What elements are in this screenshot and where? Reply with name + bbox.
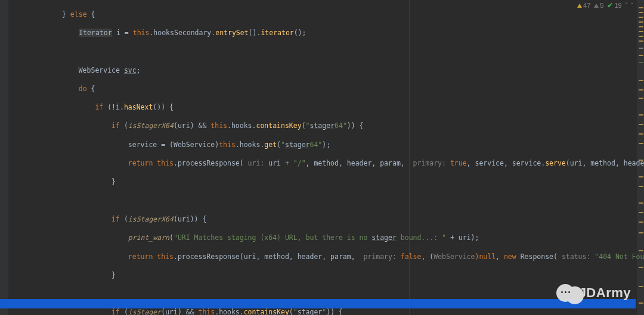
weak-value: 5 xyxy=(600,2,603,9)
keyword-else: else xyxy=(70,10,87,18)
var-svc: svc xyxy=(124,66,137,74)
marker[interactable] xyxy=(639,26,643,27)
wechat-icon xyxy=(556,284,574,302)
hint-primary: primary: xyxy=(409,159,450,167)
weak-warning-icon xyxy=(594,4,599,8)
marker[interactable] xyxy=(639,232,643,233)
watermark: JDArmy xyxy=(556,284,631,302)
marker[interactable] xyxy=(639,21,643,23)
marker[interactable] xyxy=(639,17,643,18)
marker[interactable] xyxy=(639,31,643,32)
marker[interactable] xyxy=(639,133,643,135)
weak-warnings-count[interactable]: 5 xyxy=(594,2,603,9)
ok-value: 19 xyxy=(614,2,621,9)
marker[interactable] xyxy=(639,98,643,99)
marker[interactable] xyxy=(639,40,643,42)
marker[interactable] xyxy=(639,143,643,144)
code-editor[interactable]: 47 5 ✔ 19 ˆ ˇ } else { Iterator i = this… xyxy=(0,0,644,315)
marker[interactable] xyxy=(639,176,643,177)
keyword-do: do xyxy=(79,85,87,93)
marker[interactable] xyxy=(639,48,643,49)
marker[interactable] xyxy=(639,222,643,223)
watermark-text: JDArmy xyxy=(579,285,631,301)
marker[interactable] xyxy=(639,302,643,304)
code-text-area[interactable]: } else { Iterator i = this.hooksSecondar… xyxy=(8,0,636,315)
marker[interactable] xyxy=(639,124,643,125)
marker[interactable] xyxy=(639,36,643,37)
inspection-status[interactable]: 47 5 ✔ 19 ˆ ˇ xyxy=(577,1,633,10)
marker[interactable] xyxy=(639,80,643,81)
marker[interactable] xyxy=(639,250,643,251)
marker[interactable] xyxy=(639,267,643,268)
marker[interactable] xyxy=(639,62,643,63)
warnings-value: 47 xyxy=(583,2,590,9)
marker[interactable] xyxy=(639,7,643,8)
ok-count[interactable]: ✔ 19 xyxy=(607,1,621,10)
type-iterator: Iterator xyxy=(79,29,112,37)
hint-uri: uri: xyxy=(244,159,269,167)
warning-icon xyxy=(577,4,582,8)
warnings-count[interactable]: 47 xyxy=(577,2,590,9)
marker[interactable] xyxy=(639,212,643,213)
next-highlight-icon[interactable]: ˇ xyxy=(631,2,633,9)
marker[interactable] xyxy=(639,202,643,204)
check-icon: ✔ xyxy=(607,1,613,10)
marker[interactable] xyxy=(639,55,643,56)
marker[interactable] xyxy=(639,12,643,13)
prev-highlight-icon[interactable]: ˆ xyxy=(626,2,628,9)
marker[interactable] xyxy=(639,89,643,91)
error-stripe[interactable] xyxy=(637,0,644,315)
marker[interactable] xyxy=(639,186,643,187)
marker[interactable] xyxy=(639,114,643,116)
editor-gutter[interactable] xyxy=(0,0,8,315)
marker[interactable] xyxy=(639,286,643,287)
